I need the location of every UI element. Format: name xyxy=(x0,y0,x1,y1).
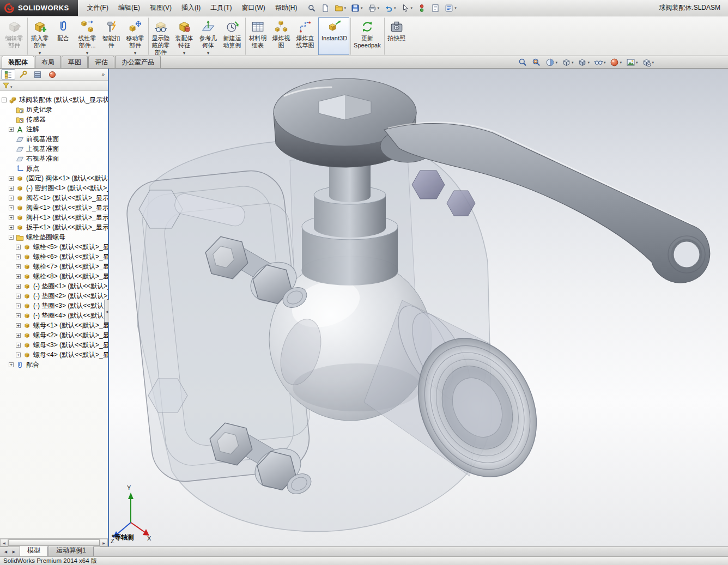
menu-item[interactable]: 窗口(W) xyxy=(237,1,270,15)
toolbar-icon-button[interactable] xyxy=(429,3,441,14)
view-toolbar-button[interactable] xyxy=(545,58,557,67)
scroll-right-arrow-icon[interactable]: ▶ xyxy=(100,539,108,546)
ribbon-button[interactable]: 装配体 特征 xyxy=(172,17,196,55)
tree-expander[interactable] xyxy=(9,235,14,240)
tree-expander[interactable] xyxy=(9,127,14,132)
tree-item[interactable]: 上视基准面 xyxy=(0,144,108,154)
tree-expander[interactable] xyxy=(16,284,21,289)
tree-item[interactable]: 阀杆<1> (默认<<默认>_显示状态 1>) xyxy=(0,212,108,222)
tree-expander[interactable] xyxy=(9,225,14,230)
command-tab[interactable]: 装配体 xyxy=(2,56,34,68)
ribbon-button[interactable]: 爆炸直 线草图 xyxy=(293,17,317,55)
tree-item[interactable]: 历史记录 xyxy=(0,105,108,114)
menu-item[interactable]: 工具(T) xyxy=(205,1,236,15)
ribbon-button[interactable]: 编辑零 部件 xyxy=(2,17,26,55)
tree-item[interactable]: 阀芯<1> (默认<<默认>_显示状态 1>) xyxy=(0,193,108,203)
tree-item[interactable]: (固定) 阀体<1> (默认<<默认>_显示状态 1>) xyxy=(0,173,108,183)
menu-item[interactable]: 视图(V) xyxy=(145,1,177,15)
ribbon-button[interactable]: 新建运 动算例 xyxy=(220,17,244,55)
tree-expander[interactable] xyxy=(16,313,21,318)
ribbon-button[interactable]: 更新 Speedpak xyxy=(350,17,383,55)
tree-item[interactable]: 螺栓<7> (默认<<默认>_显示状态 1>) xyxy=(0,262,108,271)
tree-expander[interactable] xyxy=(9,107,14,112)
tree-item[interactable]: 螺栓<8> (默认<<默认>_显示状态 1>) xyxy=(0,271,108,281)
panel-tab[interactable] xyxy=(1,69,15,80)
menu-item[interactable]: 文件(F) xyxy=(82,1,113,15)
menu-item[interactable]: 插入(I) xyxy=(177,1,205,15)
panel-collapse-handle[interactable]: ◀ xyxy=(104,300,109,323)
panel-horizontal-scrollbar[interactable]: ◀ ▶ xyxy=(0,538,108,546)
tree-expander[interactable] xyxy=(2,98,7,102)
tree-item[interactable]: 前视基准面 xyxy=(0,134,108,144)
tree-item[interactable]: 配合 xyxy=(0,360,108,369)
toolbar-icon-button[interactable] xyxy=(333,3,348,14)
tree-item[interactable]: 右视基准面 xyxy=(0,154,108,163)
tree-expander[interactable] xyxy=(9,196,14,201)
tree-item[interactable]: 螺母<4> (默认<<默认>_显示状态 1>) xyxy=(0,350,108,360)
view-toolbar-button[interactable] xyxy=(610,58,622,67)
ribbon-button[interactable]: 参考几 何体 xyxy=(196,17,220,55)
scrollbar-thumb[interactable] xyxy=(8,539,100,546)
tree-item[interactable]: (-) 垫圈<3> (默认<<默认>_显示状态 1>) xyxy=(0,301,108,311)
tree-expander[interactable] xyxy=(9,362,14,367)
tree-item[interactable]: 传感器 xyxy=(0,114,108,124)
study-tab[interactable]: 运动算例1 xyxy=(48,545,94,556)
tree-expander[interactable] xyxy=(16,323,21,328)
tree-expander[interactable] xyxy=(16,245,21,250)
toolbar-icon-button[interactable] xyxy=(366,3,381,14)
tree-expander[interactable] xyxy=(9,147,14,151)
tree-expander[interactable] xyxy=(16,294,21,299)
tree-item[interactable]: 螺栓垫圈螺母 xyxy=(0,232,108,242)
tree-item[interactable]: 螺栓<5> (默认<<默认>_显示状态 1>) xyxy=(0,242,108,252)
view-toolbar-button[interactable] xyxy=(626,58,638,67)
study-tab[interactable]: 模型 xyxy=(20,545,48,556)
sheet-scroll-right-icon[interactable] xyxy=(10,548,18,556)
tree-item[interactable]: (-) 密封圈<1> (默认<<默认>_显示状态 1>) xyxy=(0,183,108,193)
chevron-double-icon[interactable]: » xyxy=(99,71,107,77)
tree-expander[interactable] xyxy=(16,274,21,279)
tree-expander[interactable] xyxy=(16,343,21,348)
toolbar-icon-button[interactable] xyxy=(416,3,428,14)
tree-item[interactable]: 螺栓<6> (默认<<默认>_显示状态 1>) xyxy=(0,252,108,262)
sheet-scroll-left-icon[interactable] xyxy=(2,548,10,556)
ribbon-button[interactable]: 拍快照 xyxy=(384,17,408,55)
panel-tab[interactable] xyxy=(31,69,45,80)
menu-item[interactable]: 编辑(E) xyxy=(113,1,145,15)
filter-dropdown-arrow-icon[interactable] xyxy=(10,81,13,90)
model-3d-view[interactable]: Y Z X xyxy=(109,69,728,546)
tree-item[interactable]: 球阀装配体 (默认<默认_显示状态-1>) xyxy=(0,95,108,105)
panel-tab[interactable] xyxy=(16,69,30,80)
panel-tab[interactable] xyxy=(45,69,59,80)
ribbon-button[interactable]: Instant3D xyxy=(318,17,349,55)
toolbar-icon-button[interactable] xyxy=(306,3,318,14)
tree-expander[interactable] xyxy=(16,264,21,269)
ribbon-button[interactable]: 显示隐 藏的零 部件 xyxy=(148,17,172,55)
toolbar-icon-button[interactable] xyxy=(443,3,458,14)
tree-expander[interactable] xyxy=(16,333,21,338)
view-toolbar-button[interactable] xyxy=(532,58,541,67)
tree-expander[interactable] xyxy=(9,176,14,181)
tree-item[interactable]: 螺母<3> (默认<<默认>_显示状态 1>) xyxy=(0,340,108,350)
tree-item[interactable]: 阀盖<1> (默认<<默认>_显示状态 1>) xyxy=(0,203,108,212)
ribbon-button[interactable]: 智能扣 件 xyxy=(99,17,123,55)
view-toolbar-button[interactable] xyxy=(642,58,654,67)
tree-expander[interactable] xyxy=(9,215,14,220)
toolbar-icon-button[interactable] xyxy=(349,3,365,14)
tree-item[interactable]: 原点 xyxy=(0,163,108,173)
toolbar-icon-button[interactable] xyxy=(383,3,398,14)
tree-expander[interactable] xyxy=(9,117,14,122)
ribbon-button[interactable]: 材料明 细表 xyxy=(245,17,269,55)
scroll-left-arrow-icon[interactable]: ◀ xyxy=(0,539,8,546)
command-tab[interactable]: 办公室产品 xyxy=(115,56,161,68)
tree-item[interactable]: (-) 垫圈<1> (默认<<默认>_显示状态 1>) xyxy=(0,281,108,291)
ribbon-button[interactable]: 插入零 部件 xyxy=(27,17,51,55)
filter-funnel-icon[interactable] xyxy=(2,82,10,89)
ribbon-button[interactable]: 配合 xyxy=(51,17,75,55)
command-tab[interactable]: 评估 xyxy=(88,56,114,68)
tree-expander[interactable] xyxy=(9,137,14,142)
ribbon-button[interactable]: 爆炸视 图 xyxy=(269,17,293,55)
view-toolbar-button[interactable] xyxy=(578,58,590,67)
tree-item[interactable]: 螺母<1> (默认<<默认>_显示状态 1>) xyxy=(0,320,108,330)
tree-item[interactable]: 螺母<2> (默认<<默认>_显示状态 1>) xyxy=(0,330,108,340)
tree-expander[interactable] xyxy=(16,303,21,308)
